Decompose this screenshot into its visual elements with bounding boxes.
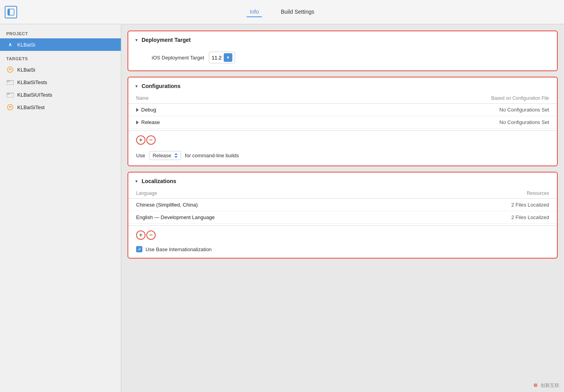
- sidebar-target-label-0: KLBaiSi: [17, 67, 35, 73]
- svg-text:A: A: [9, 68, 11, 72]
- config-add-remove-row: + −: [128, 132, 557, 148]
- configurations-table: Name Based on Configuration File Debug N…: [128, 93, 557, 165]
- config-name-col: Name: [136, 95, 149, 101]
- config-row-debug[interactable]: Debug No Configurations Set: [128, 104, 557, 116]
- main-layout: PROJECT A KLBaiSi TARGETS A KLBaiSi: [0, 24, 564, 392]
- loc-divider: [128, 225, 557, 226]
- tab-build-settings[interactable]: Build Settings: [278, 7, 318, 17]
- ios-deployment-label: iOS Deployment Target: [152, 55, 204, 61]
- top-bar: Info Build Settings: [0, 0, 564, 24]
- config-release-triangle: [136, 120, 139, 124]
- configurations-card: ▼ Configurations Name Based on Configura…: [128, 77, 558, 166]
- watermark-text: 创新互联: [541, 382, 559, 389]
- sidebar-target-label-3: KLBaiSiTest: [17, 104, 45, 110]
- use-config-dropdown[interactable]: Release: [149, 151, 181, 160]
- config-debug-name: Debug: [136, 107, 156, 113]
- config-basedon-col: Based on Configuration File: [491, 95, 549, 101]
- loc-chinese-name: Chinese (Simplified, China): [136, 202, 198, 208]
- sidebar-item-klbaisiuitests[interactable]: KLBaiSiUITests: [0, 88, 121, 101]
- config-release-value: No Configurations Set: [499, 119, 549, 125]
- deployment-row: iOS Deployment Target 11.2 ▾: [128, 47, 557, 70]
- config-row-release[interactable]: Release No Configurations Set: [128, 116, 557, 129]
- deployment-target-card: ▼ Deployment Target iOS Deployment Targe…: [128, 31, 558, 71]
- use-base-intl-checkbox[interactable]: [136, 246, 142, 252]
- use-row: Use Release for command-line builds: [128, 148, 557, 165]
- stepper-down-icon[interactable]: [174, 156, 178, 158]
- use-after-label: for command-line builds: [185, 153, 239, 158]
- loc-english-resources: 2 Files Localized: [511, 214, 549, 220]
- loc-row-english[interactable]: English — Development Language 2 Files L…: [128, 211, 557, 224]
- watermark-icon: 创: [532, 382, 539, 389]
- dropdown-btn-icon[interactable]: ▾: [224, 53, 232, 62]
- stepper-arrows: [174, 153, 178, 158]
- localizations-title: Localizations: [142, 178, 176, 184]
- use-value: Release: [153, 153, 171, 158]
- loc-table-header: Language Resources: [128, 188, 557, 199]
- loc-resources-col: Resources: [527, 191, 549, 196]
- sidebar-target-label-2: KLBaiSiUITests: [17, 92, 52, 98]
- sidebar-target-label-1: KLBaiSiTests: [17, 79, 47, 85]
- loc-english-name: English — Development Language: [136, 214, 215, 220]
- sidebar-item-klbaisitests[interactable]: KLBaiSiTests: [0, 76, 121, 88]
- sidebar-toggle-icon[interactable]: [5, 6, 17, 18]
- watermark: 创 创新互联: [532, 382, 559, 389]
- svg-rect-7: [7, 81, 14, 85]
- sidebar-item-klbaisi-target[interactable]: A KLBaiSi: [0, 63, 121, 76]
- folder-icon-1: [6, 78, 14, 86]
- use-base-internationalization-row: Use Base Internationalization: [128, 243, 557, 258]
- loc-language-col: Language: [136, 191, 157, 196]
- sidebar-item-klbaisitest[interactable]: A KLBaiSiTest: [0, 101, 121, 113]
- folder-icon-2: [6, 91, 14, 99]
- project-section-label: PROJECT: [0, 30, 121, 38]
- svg-rect-9: [7, 93, 14, 97]
- deployment-target-title: Deployment Target: [142, 37, 191, 43]
- ios-version-value: 11.2: [212, 55, 221, 61]
- config-debug-value: No Configurations Set: [499, 107, 549, 113]
- target-icon-0: A: [6, 66, 14, 74]
- deployment-target-header: ▼ Deployment Target: [128, 31, 557, 47]
- config-debug-triangle: [136, 108, 139, 112]
- sidebar: PROJECT A KLBaiSi TARGETS A KLBaiSi: [0, 24, 121, 392]
- svg-rect-10: [7, 93, 9, 94]
- configurations-header: ▼ Configurations: [128, 77, 557, 93]
- config-release-name: Release: [136, 119, 160, 125]
- localizations-chevron-icon: ▼: [135, 179, 138, 183]
- use-label: Use: [136, 153, 145, 158]
- content-area: ▼ Deployment Target iOS Deployment Targe…: [121, 24, 564, 392]
- loc-chinese-resources: 2 Files Localized: [511, 202, 549, 208]
- localizations-card: ▼ Localizations Language Resources Chine…: [128, 172, 558, 259]
- config-remove-button[interactable]: −: [146, 135, 156, 145]
- loc-remove-button[interactable]: −: [146, 230, 156, 240]
- config-add-button[interactable]: +: [136, 135, 145, 145]
- targets-section-label: TARGETS: [0, 55, 121, 63]
- config-table-header: Name Based on Configuration File: [128, 93, 557, 104]
- project-icon: A: [6, 41, 14, 49]
- svg-rect-8: [7, 81, 9, 82]
- loc-add-remove-row: + −: [128, 227, 557, 243]
- config-divider: [128, 130, 557, 131]
- sidebar-item-klbaisi-project[interactable]: A KLBaiSi: [0, 38, 121, 51]
- ios-version-dropdown[interactable]: 11.2 ▾: [209, 52, 235, 63]
- use-base-intl-label: Use Base Internationalization: [145, 246, 212, 252]
- svg-text:A: A: [9, 43, 11, 47]
- target-icon-3: A: [6, 103, 14, 111]
- configurations-chevron-icon: ▼: [135, 84, 138, 88]
- configurations-title: Configurations: [142, 83, 181, 89]
- localizations-header: ▼ Localizations: [128, 173, 557, 188]
- svg-rect-1: [8, 9, 10, 15]
- loc-row-chinese[interactable]: Chinese (Simplified, China) 2 Files Loca…: [128, 199, 557, 211]
- loc-add-button[interactable]: +: [136, 230, 145, 240]
- tab-info[interactable]: Info: [247, 7, 262, 17]
- top-tabs: Info Build Settings: [247, 7, 318, 17]
- svg-text:A: A: [9, 106, 11, 110]
- deployment-chevron-icon: ▼: [135, 38, 138, 42]
- sidebar-project-label: KLBaiSi: [17, 42, 35, 48]
